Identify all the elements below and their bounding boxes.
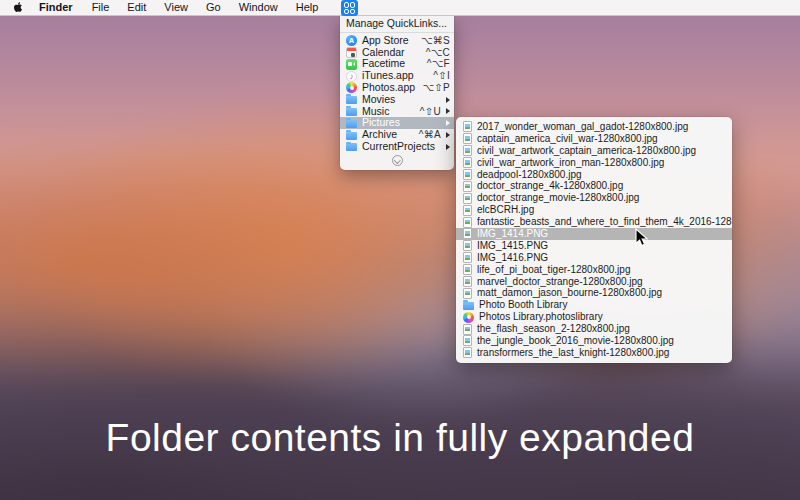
menubar-item-go[interactable]: Go: [197, 0, 230, 15]
caption-text: Folder contents in fully expanded: [0, 416, 800, 460]
menu-scroll-down[interactable]: [340, 153, 454, 168]
image-file-icon: [463, 145, 472, 156]
submenu-item-label: civil_war_artwork_iron_man-1280x800.jpg: [477, 157, 664, 169]
submenu-item-photos-library[interactable]: Photos Library.photoslibrary: [456, 311, 732, 323]
submenu-item-label: civil_war_artwork_captain_america-1280x8…: [477, 145, 696, 157]
submenu-item-label: Photos Library.photoslibrary: [479, 311, 603, 323]
menu-item-pictures[interactable]: Pictures: [340, 117, 454, 129]
menu-shortcut: ⌥⌘S: [421, 35, 450, 47]
menu-bar: Finder File Edit View Go Window Help: [0, 0, 800, 16]
photos-icon: [346, 82, 357, 93]
submenu-item-label: IMG_1414.PNG: [477, 228, 548, 240]
menubar-item-window[interactable]: Window: [230, 0, 287, 15]
menu-item-app-store[interactable]: App Store ⌥⌘S: [340, 35, 454, 47]
submenu-item-label: IMG_1415.PNG: [477, 240, 548, 252]
app-store-icon: [346, 35, 357, 46]
submenu-arrow-icon: [446, 97, 450, 103]
submenu-item[interactable]: deadpool-1280x800.jpg: [456, 169, 732, 181]
menubar-item-finder[interactable]: Finder: [29, 0, 83, 15]
submenu-item-label: matt_damon_jason_bourne-1280x800.jpg: [477, 287, 662, 299]
submenu-item-label: captain_america_civil_war-1280x800.jpg: [477, 133, 658, 145]
folder-icon: [346, 96, 357, 104]
submenu-item[interactable]: fantastic_beasts_and_where_to_find_them_…: [456, 216, 732, 228]
submenu-item-label: life_of_pi_boat_tiger-1280x800.jpg: [477, 264, 630, 276]
apple-logo-icon: [13, 2, 23, 14]
pictures-submenu: 2017_wonder_woman_gal_gadot-1280x800.jpg…: [456, 117, 732, 363]
image-file-icon: [463, 264, 472, 275]
submenu-item[interactable]: captain_america_civil_war-1280x800.jpg: [456, 133, 732, 145]
submenu-item[interactable]: transformers_the_last_knight-1280x800.jp…: [456, 347, 732, 359]
submenu-item[interactable]: matt_damon_jason_bourne-1280x800.jpg: [456, 287, 732, 299]
image-file-icon: [463, 335, 472, 346]
submenu-item-label: doctor_strange_4k-1280x800.jpg: [477, 180, 623, 192]
quicklinks-grid-icon[interactable]: [341, 0, 358, 16]
submenu-item-label: the_jungle_book_2016_movie-1280x800.jpg: [477, 335, 674, 347]
submenu-item[interactable]: civil_war_artwork_captain_america-1280x8…: [456, 145, 732, 157]
image-file-icon: [463, 347, 472, 358]
menu-item-manage-quicklinks[interactable]: Manage QuickLinks...: [340, 18, 454, 30]
submenu-item[interactable]: elcBCRH.jpg: [456, 204, 732, 216]
image-file-icon: [463, 169, 472, 180]
submenu-item-label: elcBCRH.jpg: [477, 204, 534, 216]
image-file-icon: [463, 252, 472, 263]
menu-shortcut: ^⇧U: [420, 106, 441, 118]
menu-item-label: Movies: [362, 94, 395, 106]
menubar-item-file[interactable]: File: [83, 0, 119, 15]
menubar-item-edit[interactable]: Edit: [118, 0, 155, 15]
image-file-icon: [463, 276, 472, 287]
menu-item-movies[interactable]: Movies: [340, 94, 454, 106]
submenu-arrow-icon: [446, 144, 450, 150]
submenu-item-label: marvel_doctor_strange-1280x800.jpg: [477, 276, 643, 288]
image-file-icon: [463, 121, 472, 132]
facetime-icon: [346, 59, 357, 70]
submenu-item-label: IMG_1416.PNG: [477, 252, 548, 264]
itunes-icon: [346, 71, 357, 82]
photos-icon: [463, 312, 474, 323]
menu-item-label: CurrentProjects: [362, 141, 435, 153]
image-file-icon: [463, 157, 472, 168]
submenu-item-label: transformers_the_last_knight-1280x800.jp…: [477, 347, 669, 359]
submenu-item-label: 2017_wonder_woman_gal_gadot-1280x800.jpg: [477, 121, 688, 133]
submenu-item[interactable]: IMG_1416.PNG: [456, 252, 732, 264]
image-file-icon: [463, 324, 472, 335]
submenu-item[interactable]: 2017_wonder_woman_gal_gadot-1280x800.jpg: [456, 121, 732, 133]
submenu-item[interactable]: the_jungle_book_2016_movie-1280x800.jpg: [456, 335, 732, 347]
folder-icon: [346, 120, 357, 128]
menu-item-label: App Store: [362, 35, 409, 47]
quicklinks-menu: Manage QuickLinks... App Store ⌥⌘S Calen…: [340, 16, 454, 170]
image-file-icon: [463, 228, 472, 239]
image-file-icon: [463, 193, 472, 204]
submenu-item-photo-booth-library[interactable]: Photo Booth Library: [456, 299, 732, 311]
submenu-item[interactable]: IMG_1415.PNG: [456, 240, 732, 252]
folder-icon: [346, 108, 357, 116]
submenu-item[interactable]: doctor_strange_movie-1280x800.jpg: [456, 192, 732, 204]
submenu-item[interactable]: life_of_pi_boat_tiger-1280x800.jpg: [456, 264, 732, 276]
menu-item-currentprojects[interactable]: CurrentProjects: [340, 141, 454, 153]
menu-shortcut: ^⌥F: [427, 58, 450, 70]
menubar-item-view[interactable]: View: [155, 0, 197, 15]
submenu-item-img-1414[interactable]: IMG_1414.PNG: [456, 228, 732, 240]
submenu-item[interactable]: the_flash_season_2-1280x800.jpg: [456, 323, 732, 335]
submenu-item-label: Photo Booth Library: [479, 299, 567, 311]
menu-shortcut: ^⌥C: [426, 47, 450, 59]
submenu-arrow-icon: [446, 108, 450, 114]
submenu-item[interactable]: civil_war_artwork_iron_man-1280x800.jpg: [456, 157, 732, 169]
submenu-item-label: doctor_strange_movie-1280x800.jpg: [477, 192, 639, 204]
image-file-icon: [463, 288, 472, 299]
submenu-item[interactable]: marvel_doctor_strange-1280x800.jpg: [456, 276, 732, 288]
submenu-item-label: the_flash_season_2-1280x800.jpg: [477, 323, 630, 335]
menubar-item-help[interactable]: Help: [287, 0, 328, 15]
menu-item-label: Manage QuickLinks...: [346, 18, 447, 30]
image-file-icon: [463, 217, 472, 228]
folder-icon: [346, 132, 357, 140]
calendar-icon: [346, 47, 357, 58]
submenu-item[interactable]: doctor_strange_4k-1280x800.jpg: [456, 180, 732, 192]
image-file-icon: [463, 205, 472, 216]
image-file-icon: [463, 133, 472, 144]
menu-shortcut: ^⇧I: [433, 70, 450, 82]
menu-item-photos-app[interactable]: Photos.app ⌥⇧P: [340, 82, 454, 94]
image-file-icon: [463, 181, 472, 192]
menu-shortcut: ⌥⇧P: [423, 82, 450, 94]
submenu-item-label: fantastic_beasts_and_where_to_find_them_…: [477, 216, 732, 228]
apple-menu[interactable]: [0, 2, 29, 14]
